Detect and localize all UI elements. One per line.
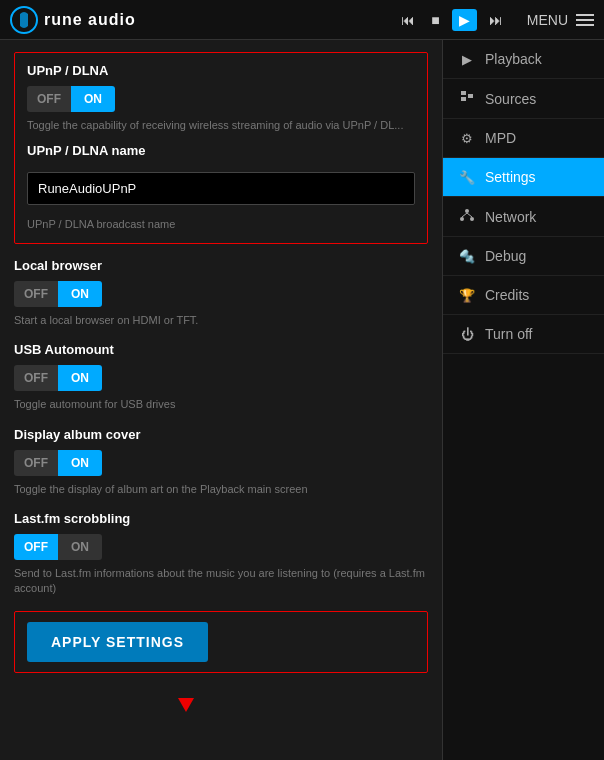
album-off-button[interactable]: OFF	[14, 450, 58, 476]
turnoff-icon: ⏻	[459, 327, 475, 342]
menu-label: MENU	[527, 12, 568, 28]
svg-line-8	[467, 213, 472, 217]
topbar: rune audio ⏮ ■ ▶ ⏭ MENU	[0, 0, 604, 40]
upnp-broadcast-label: UPnP / DLNA broadcast name	[27, 217, 415, 232]
local-browser-on-button[interactable]: ON	[58, 281, 102, 307]
sidebar-item-sources[interactable]: Sources	[443, 79, 604, 119]
svg-line-7	[462, 213, 467, 217]
prev-button[interactable]: ⏮	[397, 10, 419, 30]
sidebar-label-settings: Settings	[485, 169, 536, 185]
network-icon	[459, 208, 475, 225]
local-browser-desc: Start a local browser on HDMI or TFT.	[14, 313, 428, 328]
upnp-name-input[interactable]	[27, 172, 415, 205]
upnp-desc: Toggle the capability of receiving wirel…	[27, 118, 415, 133]
upnp-title: UPnP / DLNA	[27, 63, 415, 78]
debug-icon: 🔩	[459, 249, 475, 264]
sidebar-label-turnoff: Turn off	[485, 326, 532, 342]
usb-section: USB Automount OFF ON Toggle automount fo…	[14, 342, 428, 412]
next-button[interactable]: ⏭	[485, 10, 507, 30]
menu-area[interactable]: MENU	[527, 12, 594, 28]
lastfm-title: Last.fm scrobbling	[14, 511, 428, 526]
upnp-toggle: OFF ON	[27, 86, 115, 112]
sidebar-label-network: Network	[485, 209, 536, 225]
local-browser-off-button[interactable]: OFF	[14, 281, 58, 307]
lastfm-toggle: OFF ON	[14, 534, 102, 560]
svg-rect-2	[461, 97, 466, 101]
usb-off-button[interactable]: OFF	[14, 365, 58, 391]
album-section: Display album cover OFF ON Toggle the di…	[14, 427, 428, 497]
credits-icon: 🏆	[459, 288, 475, 303]
lastfm-on-button[interactable]: ON	[58, 534, 102, 560]
lastfm-desc: Send to Last.fm informations about the m…	[14, 566, 428, 597]
main-layout: UPnP / DLNA OFF ON Toggle the capability…	[0, 40, 604, 760]
svg-point-5	[460, 217, 464, 221]
album-on-button[interactable]: ON	[58, 450, 102, 476]
sidebar-item-network[interactable]: Network	[443, 197, 604, 237]
sidebar-item-credits[interactable]: 🏆 Credits	[443, 276, 604, 315]
sidebar-label-playback: Playback	[485, 51, 542, 67]
svg-rect-3	[468, 94, 473, 98]
sidebar: ▶ Playback Sources ⚙ MPD 🔧 Settings Netw…	[442, 40, 604, 760]
apply-settings-button[interactable]: APPLY SETTINGS	[27, 622, 208, 662]
transport-controls: ⏮ ■ ▶ ⏭	[397, 9, 506, 31]
settings-icon: 🔧	[459, 170, 475, 185]
svg-point-6	[470, 217, 474, 221]
stop-button[interactable]: ■	[427, 10, 443, 30]
usb-title: USB Automount	[14, 342, 428, 357]
upnp-name-label: UPnP / DLNA name	[27, 143, 415, 158]
sidebar-label-mpd: MPD	[485, 130, 516, 146]
album-title: Display album cover	[14, 427, 428, 442]
sidebar-item-settings[interactable]: 🔧 Settings	[443, 158, 604, 197]
mpd-icon: ⚙	[459, 131, 475, 146]
usb-toggle: OFF ON	[14, 365, 102, 391]
play-button[interactable]: ▶	[452, 9, 477, 31]
cursor-indicator	[178, 698, 194, 712]
svg-point-4	[465, 209, 469, 213]
logo: rune audio	[10, 6, 136, 34]
sidebar-label-debug: Debug	[485, 248, 526, 264]
content-area: UPnP / DLNA OFF ON Toggle the capability…	[0, 40, 442, 760]
usb-on-button[interactable]: ON	[58, 365, 102, 391]
usb-desc: Toggle automount for USB drives	[14, 397, 428, 412]
sidebar-label-sources: Sources	[485, 91, 536, 107]
svg-rect-1	[461, 91, 466, 95]
album-toggle: OFF ON	[14, 450, 102, 476]
menu-icon	[576, 14, 594, 26]
upnp-off-button[interactable]: OFF	[27, 86, 71, 112]
upnp-on-button[interactable]: ON	[71, 86, 115, 112]
local-browser-title: Local browser	[14, 258, 428, 273]
sidebar-label-credits: Credits	[485, 287, 529, 303]
lastfm-section: Last.fm scrobbling OFF ON Send to Last.f…	[14, 511, 428, 597]
lastfm-off-button[interactable]: OFF	[14, 534, 58, 560]
local-browser-toggle: OFF ON	[14, 281, 102, 307]
sources-icon	[459, 90, 475, 107]
album-desc: Toggle the display of album art on the P…	[14, 482, 428, 497]
sidebar-item-playback[interactable]: ▶ Playback	[443, 40, 604, 79]
playback-icon: ▶	[459, 52, 475, 67]
upnp-section: UPnP / DLNA OFF ON Toggle the capability…	[14, 52, 428, 244]
logo-text: rune audio	[44, 11, 136, 29]
sidebar-item-mpd[interactable]: ⚙ MPD	[443, 119, 604, 158]
logo-icon	[10, 6, 38, 34]
apply-settings-wrap: APPLY SETTINGS	[14, 611, 428, 673]
sidebar-item-turnoff[interactable]: ⏻ Turn off	[443, 315, 604, 354]
local-browser-section: Local browser OFF ON Start a local brows…	[14, 258, 428, 328]
sidebar-item-debug[interactable]: 🔩 Debug	[443, 237, 604, 276]
